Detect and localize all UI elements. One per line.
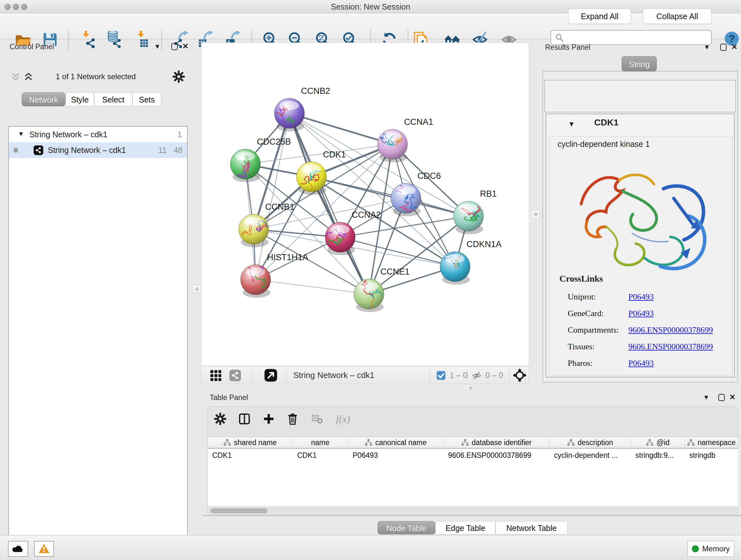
network-view-toolbar: String Network – cdk1 1 – 0 0 – 0	[201, 366, 529, 384]
table-panel-menu-icon[interactable]: ▾	[704, 393, 708, 401]
create-column-icon[interactable]	[261, 411, 276, 427]
status-bar: Memory	[0, 535, 741, 560]
table-tabs-separator	[203, 515, 741, 516]
network-graph[interactable]: CCNB2CCNA1CDC25BCDK1CDC6RB1CCNB1CCNA2CDK…	[201, 43, 529, 366]
crosslink-label: Tissues:	[568, 342, 595, 352]
results-button-bar	[544, 80, 736, 112]
selected-counts: 1 – 0	[450, 366, 468, 384]
warning-button[interactable]	[34, 541, 54, 557]
node-table[interactable]: shared name name canonical name database…	[208, 437, 738, 506]
table-cell[interactable]: stringdb	[685, 449, 738, 461]
network-row-selected[interactable]: String Network – cdk1 11 48	[9, 142, 187, 158]
warning-icon	[38, 543, 50, 555]
tab-string[interactable]: String	[622, 56, 657, 71]
control-panel-close-icon[interactable]: ✕	[182, 42, 189, 51]
share-view-icon[interactable]	[229, 369, 242, 382]
crosslink-row: Tissues: 9606.ENSP00000378699	[549, 339, 732, 355]
node-label-CDK1: CDK1	[323, 150, 346, 159]
collection-expander-icon[interactable]: ▼	[18, 130, 24, 138]
collapse-all-button[interactable]: Collapse All	[643, 9, 712, 24]
crosslink-row: Pharos: P06493	[549, 355, 732, 372]
network-node-CDC6[interactable]: CDC6	[389, 171, 441, 216]
selected-checkbox-icon[interactable]	[436, 371, 446, 380]
tab-network[interactable]: Network	[22, 92, 65, 106]
node-label-CDKN1A: CDKN1A	[467, 240, 502, 249]
crosslink-link[interactable]: 9606.ENSP00000378699	[628, 342, 713, 352]
network-canvas[interactable]: CCNB2CCNA1CDC25BCDK1CDC6RB1CCNB1CCNA2CDK…	[201, 43, 529, 366]
current-network-name: String Network – cdk1	[293, 366, 374, 384]
show-columns-icon[interactable]	[237, 411, 252, 427]
open-in-window-icon[interactable]	[264, 368, 278, 382]
network-label: String Network – cdk1	[48, 142, 126, 158]
network-node-RB1[interactable]: RB1	[454, 189, 497, 234]
table-cell[interactable]: P06493	[348, 449, 444, 461]
control-panel-title: Control Panel	[10, 43, 54, 51]
table-panel-close-icon[interactable]: ✕	[729, 393, 736, 401]
network-node-HIST1H1A[interactable]: HIST1H1A	[241, 253, 308, 298]
column-header[interactable]: canonical name	[348, 437, 444, 449]
table-cell[interactable]: stringdb:9...	[631, 449, 685, 461]
network-node-CCNB2[interactable]: CCNB2	[274, 86, 330, 134]
column-header[interactable]: @id	[631, 437, 685, 449]
control-panel-float-icon[interactable]	[172, 43, 178, 50]
network-node-CCNA2[interactable]: CCNA2	[325, 210, 381, 255]
tab-sets[interactable]: Sets	[132, 92, 161, 106]
network-collection-row[interactable]: ▼ String Network – cdk1 1	[9, 127, 187, 142]
column-header[interactable]: database identifier	[444, 437, 549, 449]
column-header[interactable]: description	[549, 437, 631, 449]
delete-columns-icon[interactable]	[285, 411, 300, 427]
results-panel-float-icon[interactable]	[720, 44, 727, 51]
network-options-gear-icon[interactable]	[172, 70, 185, 83]
network-node-CCNE1[interactable]: CCNE1	[354, 267, 410, 315]
network-node-count: 11	[154, 142, 166, 158]
tab-edge-table[interactable]: Edge Table	[435, 521, 495, 535]
column-header[interactable]: namespace	[685, 437, 738, 449]
right-splitter-handle[interactable]	[532, 210, 539, 218]
function-builder-button[interactable]: f(x)	[332, 411, 354, 427]
column-header[interactable]: shared name	[208, 437, 293, 449]
crosslink-label: Uniprot:	[568, 292, 596, 302]
table-cell[interactable]: 9606.ENSP00000378699	[444, 449, 549, 461]
table-settings-gear-icon[interactable]	[212, 411, 228, 427]
tab-node-table[interactable]: Node Table	[378, 521, 435, 535]
network-node-CCNA1[interactable]: CCNA1	[378, 117, 433, 162]
protein-expander-icon[interactable]: ▼	[568, 120, 575, 128]
tab-network-table[interactable]: Network Table	[495, 521, 567, 535]
left-splitter-handle[interactable]	[193, 285, 200, 293]
results-panel-close-icon[interactable]: ✕	[731, 43, 738, 51]
crosslink-link[interactable]: P06493	[628, 309, 654, 318]
crosslink-link[interactable]: 9606.ENSP00000378699	[628, 325, 713, 335]
table-cell[interactable]: cyclin-dependent ...	[549, 449, 631, 461]
table-cell[interactable]: CDK1	[293, 449, 348, 461]
crosslink-link[interactable]: P06493	[628, 292, 654, 302]
grid-view-icon[interactable]	[209, 369, 222, 382]
network-node-CDKN1A[interactable]: CDKN1A	[439, 240, 501, 285]
node-label-CCNE1: CCNE1	[381, 267, 410, 276]
network-tree: ▼ String Network – cdk1 1 String Network…	[8, 126, 188, 560]
horizontal-scrollbar[interactable]	[211, 508, 267, 513]
protein-structure-image	[568, 153, 715, 277]
memory-button[interactable]: Memory	[687, 541, 734, 557]
expand-all-networks-icon[interactable]	[23, 71, 34, 82]
cloud-icon	[12, 543, 24, 555]
crosslink-label: GeneCard:	[568, 309, 604, 318]
tab-select[interactable]: Select	[94, 92, 132, 106]
network-current-dot-icon	[13, 148, 18, 152]
tab-style[interactable]: Style	[65, 92, 94, 106]
node-label-CCNA2: CCNA2	[352, 210, 381, 220]
hidden-counts: 0 – 0	[485, 366, 503, 384]
expand-all-button[interactable]: Expand All	[568, 9, 631, 24]
control-panel-menu-icon[interactable]: ▾	[155, 42, 159, 51]
node-label-CCNA1: CCNA1	[404, 117, 433, 127]
table-panel-float-icon[interactable]	[718, 394, 725, 401]
delete-table-icon[interactable]	[309, 411, 325, 427]
table-cell[interactable]: CDK1	[208, 449, 293, 461]
hidden-eye-icon[interactable]	[471, 370, 482, 381]
node-label-HIST1H1A: HIST1H1A	[267, 253, 308, 262]
results-panel-menu-icon[interactable]: ▾	[705, 43, 709, 51]
cloud-button[interactable]	[8, 541, 28, 557]
column-header[interactable]: name	[293, 437, 348, 449]
collapse-all-networks-icon[interactable]	[10, 71, 21, 82]
birdseye-target-icon[interactable]	[513, 369, 526, 382]
crosslink-link[interactable]: P06493	[628, 359, 654, 368]
